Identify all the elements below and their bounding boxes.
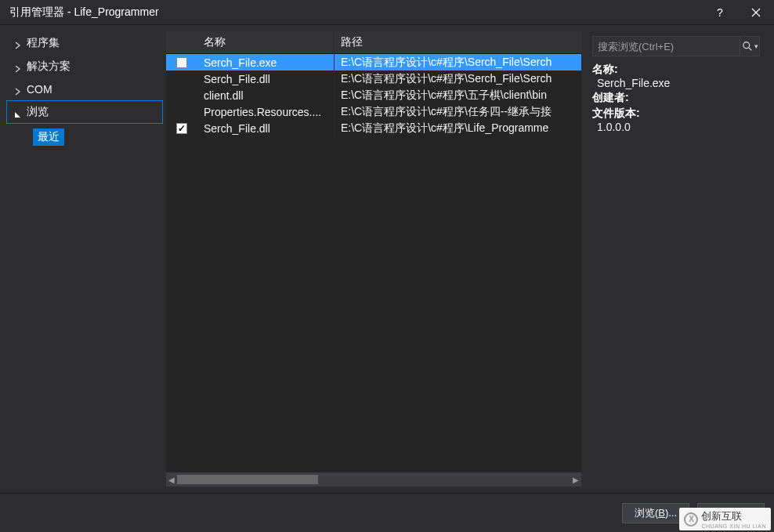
col-path-header[interactable]: 路径 [335, 31, 581, 53]
checkbox[interactable] [176, 57, 187, 68]
close-icon [751, 8, 761, 17]
sidebar-sub-list: 最近 [6, 124, 163, 146]
watermark-sub: CHUANG XIN HU LIAN [701, 523, 766, 529]
dropdown-icon: ▾ [754, 42, 758, 50]
watermark-logo-icon: X [684, 512, 698, 527]
detail-version-value: 1.0.0.0 [592, 121, 760, 133]
horizontal-scrollbar[interactable]: ◀ ▶ [166, 472, 581, 487]
sidebar-item-label: 程序集 [27, 36, 60, 50]
sidebar-sub-recent[interactable]: 最近 [33, 128, 64, 146]
footer: 浏览(B)... 确定 [0, 493, 774, 532]
watermark: X 创新互联 CHUANG XIN HU LIAN [679, 508, 771, 530]
watermark-text: 创新互联 [701, 509, 766, 523]
table-row[interactable]: Serch_File.dllE:\C语言程序设计\c#程序\Life_Progr… [166, 120, 581, 136]
row-name: Serch_File.dll [197, 118, 335, 139]
row-checkbox-cell[interactable] [166, 54, 197, 72]
chevron-down-icon [14, 108, 22, 116]
sidebar-item-label: 浏览 [27, 105, 49, 119]
chevron-right-icon [14, 85, 22, 93]
row-checkbox-cell[interactable] [166, 75, 197, 83]
table-body[interactable]: Serch_File.exeE:\C语言程序设计\c#程序\Serch_File… [166, 54, 581, 472]
search-button[interactable]: ▾ [740, 36, 760, 56]
titlebar: 引用管理器 - Life_Programmer ? [0, 0, 774, 25]
row-checkbox-cell[interactable] [166, 119, 197, 138]
scrollbar-thumb[interactable] [177, 475, 318, 484]
search-input[interactable] [598, 41, 735, 52]
chevron-right-icon [14, 39, 22, 47]
search-box[interactable] [592, 36, 740, 56]
sidebar-item-label: COM [27, 83, 52, 96]
main-area: 程序集 解决方案 COM 浏览 最近 名称 路径 Serch_File.exeE… [0, 25, 774, 493]
scroll-left-icon[interactable]: ◀ [168, 476, 175, 484]
row-path: E:\C语言程序设计\c#程序\Life_Programme [335, 118, 581, 139]
window-title: 引用管理器 - Life_Programmer [9, 5, 702, 20]
row-checkbox-cell[interactable] [166, 92, 197, 100]
detail-name-label: 名称: [592, 63, 760, 77]
search-icon [742, 41, 753, 52]
detail-creator-label: 创建者: [592, 91, 760, 105]
table-header: 名称 路径 [166, 31, 581, 54]
sidebar-item-label: 解决方案 [27, 60, 71, 74]
col-checkbox-header [166, 31, 197, 53]
help-button[interactable]: ? [702, 0, 738, 25]
svg-point-0 [743, 42, 749, 49]
close-button[interactable] [738, 0, 774, 25]
col-name-header[interactable]: 名称 [197, 31, 335, 53]
detail-name-value: Serch_File.exe [592, 77, 760, 89]
checkbox[interactable] [176, 123, 187, 134]
chevron-right-icon [14, 63, 22, 71]
sidebar-item-com[interactable]: COM [6, 78, 163, 100]
details-panel: ▾ 名称: Serch_File.exe 创建者: 文件版本: 1.0.0.0 [584, 31, 768, 487]
sidebar: 程序集 解决方案 COM 浏览 最近 [6, 31, 163, 487]
sidebar-item-solution[interactable]: 解决方案 [6, 55, 163, 78]
center-panel: 名称 路径 Serch_File.exeE:\C语言程序设计\c#程序\Serc… [166, 31, 581, 487]
sidebar-item-browse[interactable]: 浏览 [6, 100, 163, 124]
row-checkbox-cell[interactable] [166, 108, 197, 116]
detail-version-label: 文件版本: [592, 107, 760, 121]
sidebar-item-assemblies[interactable]: 程序集 [6, 31, 163, 55]
scroll-right-icon[interactable]: ▶ [573, 476, 579, 484]
